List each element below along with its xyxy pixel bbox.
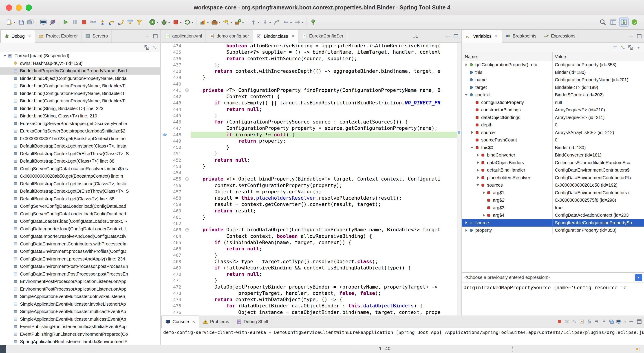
code-line[interactable]: 463 private Object bindDataObject(Config… — [161, 226, 458, 233]
stack-frame-row[interactable]: Binder.bind(ConfigurationPropertyName, B… — [0, 82, 160, 90]
code-line[interactable]: 462 — [161, 220, 458, 226]
dropdown-caret-icon[interactable] — [14, 22, 16, 24]
terminate-icon[interactable] — [557, 319, 562, 324]
show-logical-structures-icon[interactable] — [620, 45, 626, 50]
collapse-region-icon[interactable] — [185, 88, 189, 92]
fold-margin[interactable] — [183, 220, 191, 226]
disconnect-button[interactable] — [89, 18, 98, 27]
code-line[interactable]: 471 } — [161, 277, 458, 284]
minimize-view-icon[interactable] — [628, 319, 634, 325]
tab-demo-config-ser[interactable]: demo-config-ser — [206, 30, 253, 42]
breakpoint-margin[interactable] — [161, 277, 169, 284]
breakpoint-margin[interactable] — [161, 87, 169, 94]
code-line[interactable]: 438 return context.withIncreasedDepth(()… — [161, 68, 458, 74]
close-icon[interactable]: ✕ — [495, 34, 498, 38]
variable-row[interactable]: placeholdersResolverConfigDataEnvironmen… — [462, 174, 644, 182]
stack-frame-row[interactable]: EurekaConfigServerBootstrapper.getDiscov… — [0, 120, 160, 128]
code-line[interactable]: 434 boolean allowRecursiveBinding = aggr… — [161, 43, 458, 49]
maximize-view-icon[interactable] — [152, 33, 158, 39]
chevron-right-icon[interactable] — [464, 64, 469, 66]
remove-launch-icon[interactable] — [564, 319, 570, 324]
breakpoint-margin[interactable] — [161, 303, 169, 309]
overview-ruler[interactable] — [457, 43, 461, 316]
variable-row[interactable]: dataObjectBindingsArrayDeque<E> (id=211) — [462, 114, 644, 122]
new-button[interactable] — [5, 18, 16, 27]
breakpoint-margin[interactable] — [161, 226, 169, 233]
stack-frame-row[interactable]: ConfigDataEnvironmentContributors.withPr… — [0, 240, 160, 248]
maximize-view-icon[interactable] — [636, 33, 642, 39]
fold-margin[interactable] — [183, 214, 191, 220]
breakpoint-margin[interactable] — [161, 176, 169, 182]
code-line[interactable]: 436 return context.withSource(source, su… — [161, 56, 458, 62]
breakpoint-margin[interactable] — [161, 182, 169, 189]
tab-problems[interactable]: Problems — [199, 316, 233, 328]
dropdown-caret-icon[interactable] — [290, 22, 292, 24]
stack-frame-row[interactable]: SimpleApplicationEventMulticaster.multic… — [0, 308, 160, 316]
fold-margin[interactable] — [183, 284, 191, 290]
dropdown-caret-icon[interactable] — [269, 22, 271, 24]
code-line[interactable]: 473 propertyTarget, handler, context, fa… — [161, 290, 458, 296]
stack-frame-row[interactable]: ConfigDataEnvironment.processAndApply() … — [0, 255, 160, 263]
code-line[interactable]: 460 return result; — [161, 208, 458, 214]
collapse-all-icon[interactable] — [628, 45, 634, 50]
fold-margin[interactable] — [183, 68, 191, 74]
open-artifact-button[interactable] — [210, 18, 222, 27]
stack-frame-row[interactable]: Binder.bind(ConfigurationPropertyName, B… — [0, 97, 160, 105]
variable-row[interactable]: targetBindable<T> (id=199) — [462, 84, 644, 92]
stack-frame-row[interactable]: DefaultBootstrapContext.get(Class<T>) li… — [0, 195, 160, 203]
fold-margin[interactable] — [183, 170, 191, 176]
close-icon[interactable]: ✕ — [192, 319, 195, 324]
stack-frame-row[interactable]: ConfigDataEnvironmentPostProcessor.postP… — [0, 263, 160, 270]
dropdown-caret-icon[interactable] — [302, 22, 304, 24]
fold-margin[interactable] — [183, 240, 191, 246]
code-line[interactable]: 476 Object instance = dataObjectBinder.b… — [161, 309, 458, 316]
breakpoint-margin[interactable] — [161, 309, 169, 316]
breakpoint-margin[interactable] — [161, 43, 169, 49]
breakpoint-margin[interactable] — [161, 195, 169, 201]
code-line[interactable]: 456 context.setConfigurationProperty(pro… — [161, 182, 458, 189]
debug-perspective-button[interactable] — [619, 18, 628, 27]
fold-margin[interactable] — [183, 100, 191, 106]
breakpoint-margin[interactable] — [161, 240, 169, 246]
tab-debug[interactable]: Debug✕ — [0, 30, 35, 43]
variable-row[interactable]: defaultBindHandlerConfigDataEnvironmentC… — [462, 166, 644, 174]
fold-margin[interactable] — [183, 157, 191, 163]
relaunch-button[interactable] — [183, 18, 194, 27]
code-line[interactable]: 448 if (property != null) { — [161, 132, 458, 138]
code-line[interactable]: 458 result = this.placeholdersResolver.r… — [161, 195, 458, 201]
fold-margin[interactable] — [183, 87, 191, 94]
maximize-view-icon[interactable] — [453, 33, 459, 39]
code-line[interactable]: 447 ConfigurationProperty property = sou… — [161, 125, 458, 131]
fold-margin[interactable] — [183, 208, 191, 214]
previous-annotation-button[interactable] — [249, 18, 260, 27]
breakpoint-margin[interactable] — [161, 112, 169, 119]
breakpoint-margin[interactable] — [161, 233, 169, 240]
dropdown-caret-icon[interactable] — [230, 22, 232, 24]
code-line[interactable]: 443 if (name.isEmpty() || target.hasBind… — [161, 100, 458, 106]
stack-frame-row[interactable]: EurekaConfigServerBootstrapper.lambda$in… — [0, 127, 160, 135]
breakpoint-margin[interactable] — [161, 81, 169, 87]
stack-frame-row[interactable]: EventPublishingRunListener.environmentPr… — [0, 330, 160, 338]
debug-thread-row[interactable]: Thread [main] (Suspended) — [0, 52, 160, 60]
variable-row[interactable]: configurationPropertynull — [462, 99, 644, 106]
breakpoint-margin[interactable] — [161, 258, 169, 265]
open-perspective-button[interactable] — [609, 18, 618, 27]
fold-margin[interactable] — [183, 201, 191, 208]
minimize-view-icon[interactable] — [144, 33, 150, 39]
spring-perspective-button[interactable] — [630, 18, 639, 27]
code-editor[interactable]: 434 boolean allowRecursiveBinding = aggr… — [161, 43, 461, 316]
fold-margin[interactable] — [183, 182, 191, 189]
variable-row[interactable]: sources0x0000000800281e58 (id=192) — [462, 182, 644, 189]
code-line[interactable]: 455 private <T> Object bindProperty(Bind… — [161, 176, 458, 182]
code-line[interactable]: 454 — [161, 170, 458, 176]
dropdown-caret-icon[interactable] — [180, 22, 182, 24]
word-wrap-icon[interactable] — [594, 319, 599, 324]
stack-frame-row[interactable]: 0x000000080028ab50.get(BootstrapContext)… — [0, 172, 160, 180]
stack-frame-row[interactable]: SimpleApplicationEventMulticaster.invoke… — [0, 300, 160, 308]
stack-frame-row[interactable]: Binder.bind(ConfigurationPropertyName, B… — [0, 90, 160, 98]
chevron-right-icon[interactable] — [481, 191, 486, 194]
code-line[interactable]: 459 result = context.getConverter().conv… — [161, 201, 458, 208]
fold-margin[interactable] — [183, 309, 191, 316]
stack-frame-row[interactable]: ConfigDataEnvironment.processWithProfile… — [0, 248, 160, 255]
stack-frame-row[interactable]: 0x00000008001be728.get(BootstrapContext)… — [0, 135, 160, 142]
